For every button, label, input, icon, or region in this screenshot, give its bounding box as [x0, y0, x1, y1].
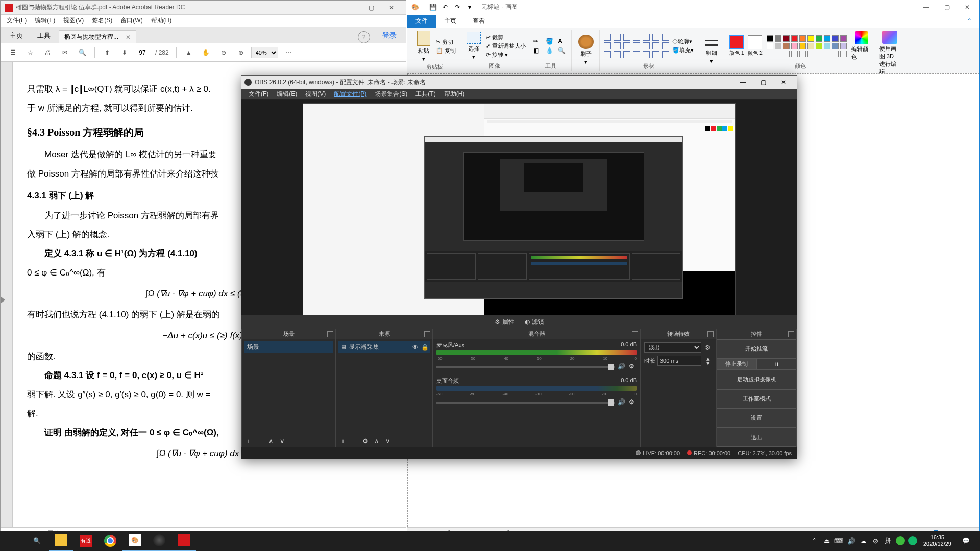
- scene-item[interactable]: 场景: [244, 341, 333, 353]
- obs-preview[interactable]: 未选择源: [241, 100, 797, 340]
- shape-fill[interactable]: 🪣填充▾: [672, 46, 694, 54]
- popout-icon[interactable]: [632, 331, 638, 337]
- notifications-button[interactable]: 💬: [957, 531, 975, 551]
- maximize-button[interactable]: ▢: [937, 1, 957, 14]
- tray-keyboard-icon[interactable]: ⌨: [834, 531, 845, 551]
- picker-icon[interactable]: 💧: [546, 47, 556, 54]
- taskbar-acrobat[interactable]: [172, 531, 196, 551]
- page-down-icon[interactable]: ⬇: [117, 45, 132, 60]
- taskbar-youdao[interactable]: 有道: [74, 531, 98, 551]
- redo-icon[interactable]: ↷: [452, 2, 463, 13]
- settings-button[interactable]: 设置: [717, 408, 796, 428]
- menu-edit[interactable]: 编辑(E): [31, 15, 59, 26]
- gear-icon[interactable]: ⚙: [629, 363, 637, 371]
- spin-down-icon[interactable]: ▾: [703, 361, 713, 365]
- lock-icon[interactable]: 🔒: [421, 344, 428, 351]
- zoom-in-icon[interactable]: ⊕: [234, 45, 248, 60]
- tab-home[interactable]: 主页: [3, 28, 30, 43]
- taskbar-obs[interactable]: [147, 531, 172, 551]
- select-button[interactable]: 选择▾: [463, 32, 484, 60]
- tray-onedrive-icon[interactable]: ☁: [858, 531, 869, 551]
- save-icon[interactable]: 💾: [427, 2, 438, 13]
- tray-volume-icon[interactable]: 🔊: [846, 531, 857, 551]
- brushes-button[interactable]: 刷子▾: [576, 35, 596, 65]
- menu-file[interactable]: 文件(F): [3, 15, 31, 26]
- shape-outline[interactable]: ◇轮廓▾: [672, 38, 694, 45]
- pencil-icon[interactable]: ✏: [533, 38, 544, 45]
- volume-slider[interactable]: [436, 402, 615, 404]
- acrobat-sidebar[interactable]: [1, 62, 13, 527]
- qat-dropdown-icon[interactable]: ▾: [464, 2, 475, 13]
- resize-button[interactable]: ⤢ 重新调整大小: [486, 42, 526, 50]
- pointer-icon[interactable]: ▲: [182, 45, 196, 60]
- tray-360-icon[interactable]: [895, 531, 906, 551]
- star-icon[interactable]: ☆: [23, 45, 37, 60]
- taskbar-clock[interactable]: 16:35 2020/12/29: [919, 534, 955, 547]
- more-icon[interactable]: ⋯: [281, 45, 296, 60]
- minimize-button[interactable]: —: [732, 76, 753, 88]
- menu-window[interactable]: 窗口(W): [116, 15, 146, 26]
- source-settings-button[interactable]: ⚙: [361, 437, 370, 446]
- popout-icon[interactable]: [424, 331, 430, 337]
- pause-recording-button[interactable]: ⏸: [756, 359, 796, 370]
- maximize-button[interactable]: ▢: [361, 1, 381, 14]
- color2[interactable]: 颜色 2: [748, 35, 762, 57]
- speaker-icon[interactable]: 🔊: [618, 363, 626, 371]
- size-button[interactable]: 粗细▾: [701, 36, 722, 64]
- tab-view[interactable]: 查看: [464, 15, 493, 28]
- paste-button[interactable]: 粘贴▾: [413, 31, 434, 62]
- tray-wechat-icon[interactable]: [907, 531, 918, 551]
- move-down-button[interactable]: ∨: [278, 437, 287, 446]
- move-down-button[interactable]: ∨: [383, 437, 393, 446]
- fill-icon[interactable]: 🪣: [546, 38, 556, 45]
- ribbon-collapse-icon[interactable]: ⌃: [959, 14, 979, 28]
- menu-sign[interactable]: 签名(S): [88, 15, 116, 26]
- visibility-icon[interactable]: 👁: [412, 344, 419, 351]
- help-icon[interactable]: ?: [358, 31, 370, 43]
- eraser-icon[interactable]: ◧: [533, 47, 544, 54]
- popout-icon[interactable]: [707, 331, 714, 337]
- tray-ime-icon[interactable]: 拼: [883, 531, 894, 551]
- menu-file[interactable]: 文件(F): [244, 89, 273, 99]
- color1[interactable]: 颜色 1: [729, 35, 744, 57]
- maximize-button[interactable]: ▢: [753, 76, 773, 88]
- source-item[interactable]: 🖥 显示器采集 👁 🔒: [338, 341, 430, 353]
- remove-scene-button[interactable]: −: [255, 437, 264, 446]
- undo-icon[interactable]: ↶: [439, 2, 451, 13]
- move-up-button[interactable]: ∧: [372, 437, 381, 446]
- tab-home[interactable]: 主页: [436, 15, 464, 28]
- remove-source-button[interactable]: −: [350, 437, 359, 446]
- start-streaming-button[interactable]: 开始推流: [717, 339, 796, 359]
- duration-input[interactable]: [657, 356, 701, 366]
- zoom-out-icon[interactable]: ⊖: [216, 45, 231, 60]
- tray-usb-icon[interactable]: ⏏: [821, 531, 832, 551]
- menu-help[interactable]: 帮助(H): [147, 15, 176, 26]
- add-source-button[interactable]: +: [338, 437, 348, 446]
- page-up-icon[interactable]: ⬆: [100, 45, 114, 60]
- menu-view[interactable]: 视图(V): [59, 15, 88, 26]
- studio-mode-button[interactable]: 工作室模式: [717, 389, 796, 409]
- mail-icon[interactable]: ✉: [58, 45, 72, 60]
- copy-button[interactable]: 📋 复制: [436, 47, 456, 55]
- volume-slider[interactable]: [436, 366, 615, 368]
- close-button[interactable]: ✕: [957, 1, 977, 14]
- transition-settings-button[interactable]: ⚙: [703, 343, 713, 352]
- start-button[interactable]: [0, 531, 24, 551]
- minimize-button[interactable]: —: [340, 1, 361, 14]
- search-button[interactable]: 🔍: [24, 531, 49, 551]
- sidebar-toggle-icon[interactable]: ☰: [6, 45, 20, 60]
- properties-button[interactable]: ⚙属性: [492, 317, 518, 328]
- paint3d-button[interactable]: 使用画图 3D 进行编辑: [879, 31, 900, 76]
- transition-select[interactable]: 淡出: [644, 342, 701, 353]
- search-icon[interactable]: 🔍: [75, 45, 89, 60]
- menu-help[interactable]: 帮助(H): [440, 89, 469, 99]
- tray-defender-icon[interactable]: ⊘: [870, 531, 881, 551]
- menu-view[interactable]: 视图(V): [301, 89, 330, 99]
- close-icon[interactable]: ✕: [126, 34, 131, 41]
- text-icon[interactable]: A: [558, 38, 568, 45]
- menu-edit[interactable]: 编辑(E): [273, 89, 301, 99]
- shapes-gallery[interactable]: [604, 34, 670, 58]
- tab-tools[interactable]: 工具: [30, 28, 58, 43]
- crop-button[interactable]: ✂ 裁剪: [486, 34, 526, 41]
- popout-icon[interactable]: [327, 331, 333, 337]
